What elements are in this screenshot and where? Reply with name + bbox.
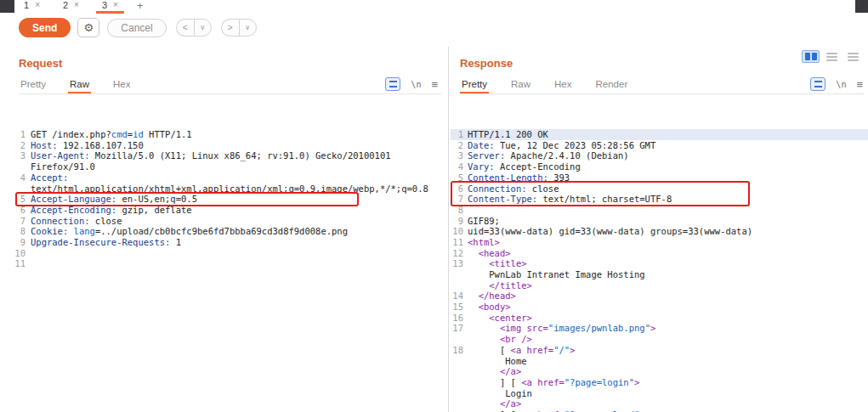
code-line[interactable]: 2Date: Tue, 12 Dec 2023 05:28:56 GMT bbox=[451, 140, 868, 151]
code-line[interactable]: 1GET /index.php?cmd=id HTTP/1.1 bbox=[14, 129, 446, 140]
code-token: HTTP/1.1 bbox=[144, 129, 192, 139]
code-token bbox=[468, 248, 479, 258]
code-line[interactable]: 12 <head> bbox=[451, 248, 868, 259]
tab-pretty[interactable]: Pretty bbox=[460, 76, 489, 93]
code-line[interactable]: 9Upgrade-Insecure-Requests: 1 bbox=[14, 237, 446, 248]
editor-menu-icon[interactable]: ≡ bbox=[856, 79, 863, 90]
forward-button[interactable]: > bbox=[221, 19, 239, 37]
code-line[interactable]: Login bbox=[451, 388, 868, 399]
line-content: Date: Tue, 12 Dec 2023 05:28:56 GMT bbox=[468, 140, 655, 151]
close-tab-icon[interactable]: × bbox=[74, 0, 79, 10]
annotation-box-command-output bbox=[451, 181, 750, 206]
send-settings-button[interactable]: ⚙ bbox=[77, 18, 99, 37]
code-token bbox=[468, 398, 500, 409]
tab-pretty[interactable]: Pretty bbox=[19, 76, 48, 93]
response-viewer[interactable]: 1HTTP/1.1 200 OK2Date: Tue, 12 Dec 2023 … bbox=[451, 97, 868, 412]
code-token: > bbox=[650, 323, 655, 333]
single-view-icon[interactable] bbox=[844, 50, 862, 63]
code-line[interactable]: Home bbox=[451, 356, 868, 367]
code-line[interactable]: 17 <img src="images/pwnlab.png"> bbox=[451, 323, 868, 334]
code-line[interactable]: 4Accept: bbox=[14, 172, 446, 183]
request-panel: Request PrettyRawHex \n ≡ 1GET /index.ph… bbox=[0, 47, 448, 412]
code-line[interactable]: </a> bbox=[451, 366, 868, 377]
line-number: 17 bbox=[451, 323, 463, 334]
code-line[interactable]: ] [ <a href="?page=login"> bbox=[451, 377, 868, 388]
code-line[interactable]: PwnLab Intranet Image Hosting bbox=[451, 269, 868, 280]
code-token bbox=[468, 291, 479, 301]
wrap-lines-icon[interactable] bbox=[810, 77, 825, 91]
line-number: 12 bbox=[451, 248, 463, 259]
code-line[interactable]: 3User-Agent: Mozilla/5.0 (X11; Linux x86… bbox=[14, 150, 446, 161]
cancel-button[interactable]: Cancel bbox=[107, 19, 166, 37]
code-line[interactable]: 18 [ <a href="/"> bbox=[451, 345, 868, 356]
request-panel-title: Request bbox=[19, 57, 62, 70]
tab-hex[interactable]: Hex bbox=[111, 76, 132, 93]
code-line[interactable]: 3Server: Apache/2.4.10 (Debian) bbox=[451, 150, 868, 161]
code-token: uid=33(www-data) gid=33(www-data) groups… bbox=[468, 226, 752, 236]
line-number: 4 bbox=[451, 161, 463, 172]
code-line[interactable]: 9GIF89; bbox=[451, 216, 868, 227]
response-view-tabs: PrettyRawHexRender bbox=[460, 76, 865, 94]
back-button[interactable]: < bbox=[176, 19, 194, 37]
line-content: GIF89; bbox=[468, 216, 500, 227]
rows-view-icon[interactable] bbox=[823, 50, 841, 63]
line-content: Vary: Accept-Encoding bbox=[468, 161, 581, 172]
line-content: <br /> bbox=[468, 334, 532, 345]
code-token: lang bbox=[74, 226, 95, 236]
code-token: </title> bbox=[489, 280, 532, 291]
line-content: <head> bbox=[468, 248, 511, 259]
nonprintable-chars-icon[interactable]: \n bbox=[411, 80, 421, 89]
code-token: User-Agent: bbox=[31, 150, 90, 161]
code-line[interactable]: 15 <body> bbox=[451, 302, 868, 313]
line-content: Connection: close bbox=[31, 216, 122, 227]
code-line[interactable]: 1HTTP/1.1 200 OK bbox=[451, 129, 868, 140]
code-line[interactable]: 11<html> bbox=[451, 237, 868, 248]
add-tab-button[interactable]: + bbox=[135, 0, 148, 14]
code-token: [ bbox=[468, 345, 511, 355]
code-line[interactable]: 13 <title> bbox=[451, 258, 868, 269]
code-line[interactable]: 7Connection: close bbox=[14, 216, 446, 227]
request-toolbar: Send ⚙ Cancel < ∨ > ∨ bbox=[19, 18, 257, 37]
code-line[interactable]: 4Vary: Accept-Encoding bbox=[451, 161, 868, 172]
code-token bbox=[468, 334, 500, 344]
tab-raw[interactable]: Raw bbox=[509, 76, 532, 93]
code-token: <head> bbox=[479, 248, 511, 258]
repeater-tab-3[interactable]: 3× bbox=[96, 0, 124, 14]
code-line[interactable]: <br /> bbox=[451, 334, 868, 345]
tab-hex[interactable]: Hex bbox=[553, 76, 573, 93]
code-line[interactable]: 10uid=33(www-data) gid=33(www-data) grou… bbox=[451, 226, 868, 237]
split-columns-view-icon[interactable] bbox=[802, 50, 820, 63]
code-line[interactable]: 10 bbox=[14, 248, 446, 259]
close-tab-icon[interactable]: × bbox=[35, 0, 40, 10]
line-content: Firefox/91.0 bbox=[31, 161, 95, 172]
editor-menu-icon[interactable]: ≡ bbox=[431, 79, 438, 90]
back-dropdown-button[interactable]: ∨ bbox=[194, 19, 212, 37]
line-number: 1 bbox=[14, 129, 26, 140]
code-line[interactable]: Firefox/91.0 bbox=[14, 161, 446, 172]
burp-repeater-window: 1×2×3× + Send ⚙ Cancel < ∨ > ∨ Request P… bbox=[0, 0, 868, 412]
wrap-lines-icon[interactable] bbox=[385, 77, 400, 91]
request-view-tabs: PrettyRawHex bbox=[19, 76, 441, 94]
code-line[interactable]: </title> bbox=[451, 280, 868, 291]
code-line[interactable]: 11 bbox=[14, 258, 446, 269]
repeater-tab-2[interactable]: 2× bbox=[57, 0, 85, 14]
forward-dropdown-button[interactable]: ∨ bbox=[239, 19, 257, 37]
code-token bbox=[468, 258, 489, 268]
repeater-tab-1[interactable]: 1× bbox=[18, 0, 46, 14]
request-editor[interactable]: 1GET /index.php?cmd=id HTTP/1.12Host: 19… bbox=[14, 97, 446, 412]
code-token bbox=[468, 313, 489, 323]
tab-render[interactable]: Render bbox=[594, 76, 630, 93]
nonprintable-chars-icon[interactable]: \n bbox=[836, 80, 846, 89]
send-button[interactable]: Send bbox=[19, 18, 71, 37]
code-line[interactable]: </a> bbox=[451, 398, 868, 409]
repeater-tab-label: 1 bbox=[24, 0, 29, 10]
tab-raw[interactable]: Raw bbox=[68, 76, 91, 93]
code-line[interactable]: 16 <center> bbox=[451, 313, 868, 324]
code-line[interactable]: 8Cookie: lang=../upload/cb0bcfc9be6fd7bb… bbox=[14, 226, 446, 237]
code-token: > bbox=[634, 377, 639, 387]
panel-splitter[interactable] bbox=[448, 47, 449, 412]
line-number: 3 bbox=[14, 150, 26, 161]
code-line[interactable]: 2Host: 192.168.107.150 bbox=[14, 140, 446, 151]
code-line[interactable]: 14 </head> bbox=[451, 291, 868, 302]
close-tab-icon[interactable]: × bbox=[113, 0, 118, 10]
